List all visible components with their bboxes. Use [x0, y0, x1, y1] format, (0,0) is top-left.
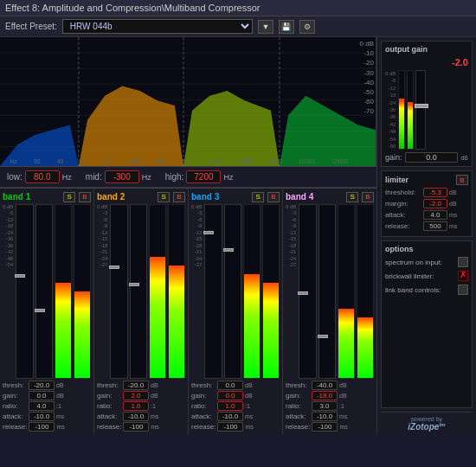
title-bar: Effect 8: Amplitude and Compression\Mult… [0, 0, 476, 16]
right-panel: output gain -2.0 0 dB-6-12-18-24-30-36-4… [376, 37, 476, 435]
band-1-fader-1[interactable] [16, 204, 33, 380]
crossover-high-value[interactable] [186, 170, 221, 183]
crossover-mid-value[interactable] [105, 170, 139, 183]
band-1-release-unit: ms [56, 424, 64, 430]
band-1-ratio-label: ratio: [3, 402, 27, 410]
freq-1000: 1000 [209, 158, 222, 164]
crossover-high-label: high: [165, 172, 184, 182]
band-4-fader-1[interactable] [299, 204, 316, 380]
band-3-attack-unit: ms [245, 413, 253, 419]
band-4-scale: 0 dB-3-6-9-12-15-18-21-24-27 [286, 204, 296, 380]
crossover-bar: low: Hz mid: Hz high: Hz [0, 167, 376, 188]
band-4-vu [338, 204, 355, 380]
band-2-thresh-label: thresh: [97, 381, 121, 389]
db-label-40: -40 [360, 78, 374, 87]
band-2-release-value: -100 [123, 422, 149, 432]
output-vu-left [398, 70, 405, 150]
band-1-gain-label: gain: [3, 392, 27, 400]
gain-unit: dB [460, 155, 468, 161]
band-3-bypass-btn[interactable]: B [267, 192, 280, 202]
band-3: band 3 S B 0 dB-3-6-9-12-15-18-21-24-27 [189, 189, 283, 435]
brickwall-limiter-checkbox[interactable] [458, 271, 468, 281]
limiter-attack-unit: ms [449, 212, 457, 218]
limiter-title: limiter [385, 176, 408, 184]
preset-menu-btn[interactable]: ▼ [258, 20, 273, 34]
limiter-thresh-label: threshold: [385, 189, 421, 196]
freq-30: 30 [34, 158, 41, 164]
limiter-thresh-value: -5.3 [423, 188, 447, 197]
band-4-vu2 [357, 204, 374, 380]
band-1-scale: 0 dB-6-12-18-24-30-36-42-48-54 [3, 204, 13, 380]
band-4-thresh-value: -40.0 [312, 381, 338, 390]
band-2-fader-1[interactable] [110, 204, 127, 380]
link-band-controls-checkbox[interactable] [458, 285, 468, 295]
freq-300: 300 [156, 158, 166, 164]
db-label-70: -70 [360, 106, 374, 116]
preset-label: Effect Preset: [5, 22, 57, 31]
output-fader[interactable] [415, 70, 426, 150]
freq-16000: 16000 [331, 158, 348, 164]
band-3-vu2 [262, 204, 280, 380]
preset-select[interactable]: HRW 044b [62, 19, 253, 34]
band-3-thresh-unit: dB [245, 382, 253, 388]
band-3-fader-2[interactable] [224, 204, 241, 380]
band-4-bypass-btn[interactable]: B [362, 192, 374, 202]
limiter-bypass-btn[interactable]: B [456, 175, 468, 185]
band-1-fader-2[interactable] [35, 204, 53, 380]
freq-hz: Hz [10, 158, 17, 164]
band-1-release-label: release: [3, 423, 27, 431]
db-label-60: -60 [360, 97, 374, 106]
band-2-fader-2[interactable] [130, 204, 147, 380]
band-2-attack-unit: ms [151, 413, 158, 419]
band-4-fader-2[interactable] [318, 204, 336, 380]
band-2-thresh-value: -20.0 [123, 381, 149, 390]
preset-save-btn[interactable]: 💾 [279, 20, 294, 34]
band-2-solo-btn[interactable]: S [158, 192, 170, 202]
freq-40: 40 [57, 158, 64, 164]
band-4-thresh-unit: dB [339, 382, 347, 388]
output-gain-title: output gain [385, 45, 468, 54]
band-1: band 1 S B 0 dB-6-12-18-24-30-36-42-48-5… [0, 189, 94, 435]
title-text: Effect 8: Amplitude and Compression\Mult… [5, 3, 261, 13]
freq-10000: 10000 [299, 158, 315, 164]
band-3-title: band 3 [191, 192, 219, 202]
preset-bar: Effect Preset: HRW 044b ▼ 💾 ⚙ [0, 16, 476, 37]
limiter-attack-value: 4.0 [423, 210, 447, 220]
band-2-release-unit: ms [151, 424, 158, 430]
band-2-gain-unit: dB [151, 393, 158, 399]
band-2-ratio-value: 1.0 [123, 401, 149, 411]
output-gain-scale: 0 dB-6-12-18-24-30-36-42-48-54-60 [385, 70, 396, 150]
band-1-attack-label: attack: [3, 413, 27, 420]
band-4-attack-unit: ms [339, 413, 347, 419]
band-3-release-value: -100 [217, 422, 243, 432]
svg-marker-9 [183, 91, 280, 166]
trademark-symbol: tm [439, 422, 445, 427]
band-1-attack-value: -10.0 [29, 412, 55, 421]
spectrum-on-input-checkbox[interactable] [458, 257, 468, 267]
output-gain-section: output gain -2.0 0 dB-6-12-18-24-30-36-4… [381, 41, 473, 167]
band-3-solo-btn[interactable]: S [252, 192, 264, 202]
band-1-attack-unit: ms [56, 413, 64, 419]
band-4: band 4 S B 0 dB-3-6-9-12-15-18-21-24-27 [283, 189, 376, 435]
band-2-bypass-btn[interactable]: B [173, 192, 185, 202]
band-1-solo-btn[interactable]: S [63, 192, 75, 202]
crossover-low-unit: Hz [62, 173, 72, 182]
freq-2000: 2000 [239, 158, 253, 164]
options-section: options spectrum on input: brickwall lim… [381, 240, 473, 407]
band-4-gain-unit: dB [339, 393, 347, 399]
band-3-thresh-value: 0.0 [217, 381, 243, 390]
band-3-gain-label: gain: [191, 392, 215, 400]
freq-60: 60 [80, 158, 87, 164]
band-3-fader-1[interactable] [204, 204, 222, 380]
band-4-solo-btn[interactable]: S [346, 192, 358, 202]
spectrum-on-input-label: spectrum on input: [385, 259, 442, 266]
crossover-low-value[interactable] [25, 170, 60, 183]
izotope-brand: iZotopetm [381, 422, 473, 432]
db-label-50: -50 [360, 87, 374, 97]
band-3-ratio-unit: :1 [245, 403, 250, 409]
band-1-bypass-btn[interactable]: B [79, 192, 91, 202]
band-2-thresh-unit: dB [151, 382, 158, 388]
izotope-logo: powered by iZotopetm [381, 412, 473, 432]
limiter-margin-unit: dB [449, 201, 457, 207]
preset-options-btn[interactable]: ⚙ [299, 20, 315, 34]
